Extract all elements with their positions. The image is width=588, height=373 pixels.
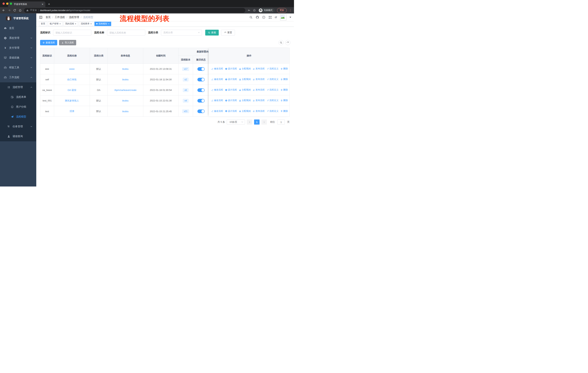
forward-icon[interactable] [8,9,11,12]
design-process-link[interactable]: 设计流程 [225,78,237,81]
publish-process-link[interactable]: 发布流程 [253,67,265,70]
reload-icon[interactable] [13,9,16,12]
process-name-link[interactable]: 测试多审批人 [65,99,79,102]
font-size-icon[interactable]: tT [275,16,277,19]
delete-link[interactable]: 删除 [281,99,288,102]
sidebar-item-支付管理[interactable]: ¥支付管理 [0,43,36,53]
breadcrumb-item[interactable]: 首页 [46,16,51,19]
assign-rule-link[interactable]: 分配规则 [239,78,251,81]
browser-tab[interactable]: 芋道管理系统 ✕ [8,1,45,7]
sidebar-item-流程管理[interactable]: 流程管理 [0,82,36,92]
import-process-button[interactable]: 导入流程 [59,40,76,45]
collapse-sidebar-icon[interactable] [39,16,42,19]
active-toggle[interactable] [197,110,205,113]
github-icon[interactable] [256,16,259,19]
delete-link[interactable]: 删除 [281,67,288,70]
url-bar[interactable]: 不安全 dashboard.yudao.iocoder.cn/bpm/manag… [24,8,245,13]
process-definition-link[interactable]: 流程定义 [267,99,279,102]
back-icon[interactable] [2,9,5,12]
new-tab-button[interactable]: + [46,2,52,7]
active-toggle[interactable] [197,99,205,102]
show-search-button[interactable] [279,40,284,45]
tag-首页[interactable]: 首页 [39,22,47,26]
assign-rule-link[interactable]: 分配规则 [239,88,251,91]
active-toggle[interactable] [197,67,205,71]
caret-down-icon[interactable] [289,17,291,18]
process-name-link[interactable]: eeee [69,68,74,70]
search-icon[interactable] [249,16,253,19]
publish-process-link[interactable]: 发布流程 [253,88,265,91]
form-info-link[interactable]: biubiu [122,99,129,102]
modify-process-link[interactable]: 修改流程 [211,99,223,102]
assign-rule-link[interactable]: 分配规则 [239,110,251,113]
minimize-window-button[interactable] [6,2,8,5]
browser-update-button[interactable]: 更新 [277,8,287,13]
form-info-link[interactable]: biubiu [122,110,129,113]
next-page-button[interactable] [261,120,267,125]
tag-流程模型[interactable]: 流程模型× [94,22,111,26]
close-tab-icon[interactable]: ✕ [42,3,43,6]
breadcrumb-item[interactable]: 工作流程 [55,16,65,19]
fullscreen-icon[interactable] [268,16,272,19]
sidebar-item-流程模型[interactable]: 流程模型 [0,112,36,122]
breadcrumb-item[interactable]: 流程管理 [69,16,79,19]
logo-row[interactable]: 芋道管理系统 [0,13,36,23]
delete-link[interactable]: 删除 [281,110,288,113]
process-definition-link[interactable]: 流程定义 [267,67,279,70]
sidebar-item-系统管理[interactable]: 系统管理 [0,33,36,43]
design-process-link[interactable]: 设计流程 [225,88,237,91]
form-info-link[interactable]: /bpm/oa/leave/create [114,89,136,91]
search-button[interactable]: 搜索 [205,30,219,36]
process-definition-link[interactable]: 流程定义 [267,110,279,113]
prev-page-button[interactable] [247,120,252,125]
avatar[interactable] [280,14,286,20]
form-info-link[interactable]: biubiu [122,78,129,81]
delete-link[interactable]: 删除 [281,78,288,81]
key-icon[interactable] [248,9,251,12]
close-icon[interactable]: × [59,23,61,25]
process-definition-link[interactable]: 流程定义 [267,78,279,81]
help-icon[interactable]: ? [262,16,265,19]
filter-category-select[interactable]: 流程分类 [161,30,202,36]
create-process-button[interactable]: 新建流程 [40,40,57,45]
browser-menu-icon[interactable]: ⋮ [289,9,292,12]
modify-process-link[interactable]: 修改流程 [211,78,223,81]
filter-key-input[interactable] [53,30,91,36]
current-page-button[interactable]: 1 [254,120,260,125]
sidebar-item-请假查询[interactable]: 请假查询 [0,131,36,141]
tag-流程表单[interactable]: 流程表单× [79,22,94,26]
process-name-link[interactable]: OA 请假 [68,89,76,92]
design-process-link[interactable]: 设计流程 [225,110,237,113]
process-name-link[interactable]: 自己审批 [67,78,77,81]
filter-name-input[interactable] [107,30,145,36]
delete-link[interactable]: 删除 [281,88,288,91]
modify-process-link[interactable]: 修改流程 [211,88,223,91]
sidebar-item-任务管理[interactable]: 任务管理 [0,122,36,131]
home-icon[interactable] [19,9,22,12]
goto-page-input[interactable] [277,120,285,125]
close-icon[interactable]: × [108,23,109,25]
sidebar-item-基础设施[interactable]: 基础设施 [0,53,36,63]
process-definition-link[interactable]: 流程定义 [267,88,279,91]
refresh-table-button[interactable] [285,40,290,45]
tag-我的流程[interactable]: 我的流程× [63,22,78,26]
close-icon[interactable]: × [75,23,76,25]
active-toggle[interactable] [197,78,205,81]
close-icon[interactable]: × [90,23,92,25]
sidebar-item-工作流程[interactable]: 工作流程 [0,72,36,82]
publish-process-link[interactable]: 发布流程 [253,99,265,102]
sidebar-item-首页[interactable]: 首页 [0,23,36,33]
tag-租户管理[interactable]: 租户管理× [48,22,63,26]
modify-process-link[interactable]: 修改流程 [211,67,223,70]
assign-rule-link[interactable]: 分配规则 [239,99,251,102]
sidebar-item-用户分组[interactable]: 用户分组 [0,102,36,112]
active-toggle[interactable] [197,88,205,92]
sidebar-item-流程表单[interactable]: 流程表单 [0,92,36,102]
maximize-window-button[interactable] [10,2,12,5]
publish-process-link[interactable]: 发布流程 [253,110,265,113]
design-process-link[interactable]: 设计流程 [225,67,237,70]
publish-process-link[interactable]: 发布流程 [253,78,265,81]
sidebar-item-研发工具[interactable]: 研发工具 [0,63,36,72]
page-size-select[interactable]: 10条/页 [227,120,245,125]
modify-process-link[interactable]: 修改流程 [211,110,223,113]
